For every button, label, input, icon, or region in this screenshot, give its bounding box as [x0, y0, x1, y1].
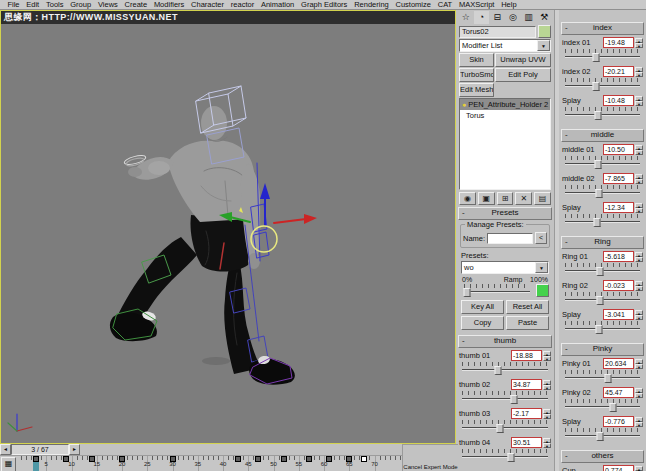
spinner-down-icon[interactable]: ▼: [543, 385, 551, 390]
cancel-expert-mode-button[interactable]: Cancel Expert Mode: [403, 464, 458, 470]
rollout-Pinky-header[interactable]: -Pinky: [561, 343, 644, 356]
spinner-down-icon[interactable]: ▼: [635, 257, 643, 262]
rollout-index-header[interactable]: -index: [561, 22, 644, 35]
menu-animation[interactable]: Animation: [258, 0, 298, 9]
slider-value-field[interactable]: 0.774: [603, 465, 634, 471]
preset-name-input[interactable]: [487, 233, 533, 244]
preset-color-swatch[interactable]: [536, 284, 549, 297]
spinner-down-icon[interactable]: ▼: [635, 179, 643, 184]
configure-modifier-sets-icon[interactable]: ▤: [534, 192, 551, 205]
slider-thumb[interactable]: [595, 325, 602, 334]
rollout-others-header[interactable]: -others: [561, 450, 644, 463]
remove-modifier-icon[interactable]: ✕: [515, 192, 532, 205]
modifier-button-skin[interactable]: Skin: [459, 53, 494, 67]
slider-track[interactable]: [565, 53, 640, 62]
tab-create-icon[interactable]: ☆: [458, 11, 474, 24]
spinner-down-icon[interactable]: ▼: [635, 208, 643, 213]
slider-thumb[interactable]: [604, 374, 611, 383]
preset-button-reset-all[interactable]: Reset All: [506, 300, 549, 314]
slider-thumb[interactable]: [595, 189, 602, 198]
menu-views[interactable]: Views: [95, 0, 122, 9]
animation-key[interactable]: [235, 456, 241, 462]
slider-track[interactable]: [565, 189, 640, 198]
menu-edit[interactable]: Edit: [23, 0, 43, 9]
menu-customize[interactable]: Customize: [392, 0, 434, 9]
spinner-arrows[interactable]: ▲▼: [635, 388, 643, 398]
slider-track[interactable]: [565, 267, 640, 276]
slider-value-field[interactable]: 34.87: [511, 379, 542, 390]
modifier-button-unwrap-uvw[interactable]: Unwrap UVW: [495, 53, 551, 67]
tab-hierarchy-icon[interactable]: ⊟: [489, 11, 505, 24]
slider-value-field[interactable]: -10.50: [603, 144, 634, 155]
menu-graph-editors[interactable]: Graph Editors: [298, 0, 351, 9]
animation-key[interactable]: [306, 456, 312, 462]
slider-value-field[interactable]: -18.88: [511, 350, 542, 361]
rollout-middle-header[interactable]: -middle: [561, 129, 644, 142]
slider-track[interactable]: [462, 424, 548, 433]
animation-key[interactable]: [89, 456, 95, 462]
spinner-arrows[interactable]: ▲▼: [543, 409, 551, 419]
spinner-arrows[interactable]: ▲▼: [635, 145, 643, 155]
animation-key[interactable]: [170, 456, 176, 462]
selected-animation-key[interactable]: [361, 456, 367, 462]
spinner-down-icon[interactable]: ▼: [543, 414, 551, 419]
spinner-down-icon[interactable]: ▼: [635, 286, 643, 291]
menu-character[interactable]: Character: [188, 0, 228, 9]
viewport[interactable]: 思缘网：HTTP://WWW.MISSYUAN.NET: [0, 10, 456, 444]
slider-value-field[interactable]: -3.041: [603, 309, 634, 320]
spinner-arrows[interactable]: ▲▼: [543, 438, 551, 448]
animation-key[interactable]: [326, 456, 332, 462]
spinner-down-icon[interactable]: ▼: [635, 72, 643, 77]
menu-tools[interactable]: Tools: [43, 0, 67, 9]
modifier-button-turbosmooth[interactable]: TurboSmooth: [459, 68, 494, 82]
slider-value-field[interactable]: 30.51: [511, 437, 542, 448]
slider-track[interactable]: [565, 82, 640, 91]
menu-cat[interactable]: CAT: [434, 0, 455, 9]
animation-key[interactable]: [281, 456, 287, 462]
spinner-arrows[interactable]: ▲▼: [635, 174, 643, 184]
rollout-Ring-header[interactable]: -Ring: [561, 236, 644, 249]
slider-value-field[interactable]: -0.023: [603, 280, 634, 291]
preset-name-arrow-button[interactable]: <: [535, 232, 547, 244]
spinner-down-icon[interactable]: ▼: [635, 315, 643, 320]
spinner-down-icon[interactable]: ▼: [543, 356, 551, 361]
modifier-button-edit-mesh[interactable]: Edit Mesh: [459, 83, 494, 97]
spinner-arrows[interactable]: ▲▼: [635, 310, 643, 320]
slider-track[interactable]: [565, 432, 640, 441]
slider-value-field[interactable]: -10.48: [603, 95, 634, 106]
slider-thumb[interactable]: [610, 403, 617, 412]
spinner-arrows[interactable]: ▲▼: [635, 359, 643, 369]
object-name-field[interactable]: Torus02: [459, 26, 536, 38]
slider-thumb[interactable]: [597, 296, 604, 305]
slider-value-field[interactable]: -0.776: [603, 416, 634, 427]
preset-button-key-all[interactable]: Key All: [461, 300, 504, 314]
spinner-arrows[interactable]: ▲▼: [543, 351, 551, 361]
preset-button-copy[interactable]: Copy: [461, 316, 504, 330]
preset-button-paste[interactable]: Paste: [506, 316, 549, 330]
slider-track[interactable]: [565, 296, 640, 305]
spinner-arrows[interactable]: ▲▼: [635, 67, 643, 77]
slider-value-field[interactable]: -7.865: [603, 173, 634, 184]
slider-thumb[interactable]: [508, 453, 515, 462]
spinner-down-icon[interactable]: ▼: [635, 43, 643, 48]
menu-modifiers[interactable]: Modifiers: [150, 0, 187, 9]
current-frame-field[interactable]: 3 / 67: [11, 444, 69, 455]
chevron-down-icon[interactable]: ▼: [537, 40, 550, 51]
spinner-arrows[interactable]: ▲▼: [635, 281, 643, 291]
panel-scrollbar[interactable]: [554, 10, 559, 471]
menu-reactor[interactable]: reactor: [227, 0, 257, 9]
slider-thumb[interactable]: [495, 366, 502, 375]
slider-value-field[interactable]: -2.17: [511, 408, 542, 419]
spinner-down-icon[interactable]: ▼: [635, 150, 643, 155]
show-end-result-icon[interactable]: ▣: [478, 192, 495, 205]
slider-value-field[interactable]: 20.634: [603, 358, 634, 369]
spinner-down-icon[interactable]: ▼: [635, 393, 643, 398]
slider-thumb[interactable]: [596, 432, 603, 441]
slider-thumb[interactable]: [594, 218, 601, 227]
spinner-down-icon[interactable]: ▼: [543, 443, 551, 448]
slider-value-field[interactable]: 45.47: [603, 387, 634, 398]
spinner-arrows[interactable]: ▲▼: [635, 252, 643, 262]
mini-curve-editor-icon[interactable]: ▦: [1, 457, 16, 471]
slider-track[interactable]: [565, 218, 640, 227]
slider-thumb[interactable]: [595, 160, 602, 169]
